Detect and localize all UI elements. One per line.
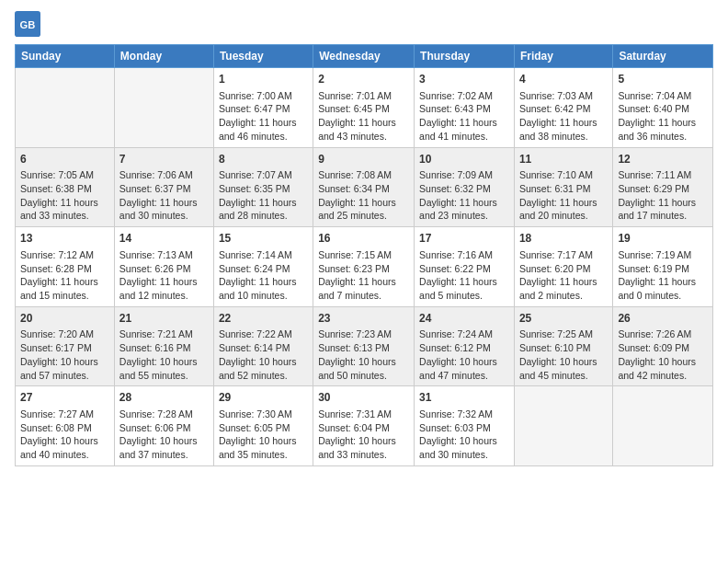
- cell-content-line: and 7 minutes.: [318, 289, 409, 303]
- cell-content-line: Daylight: 11 hours: [519, 116, 608, 130]
- day-number: 25: [519, 311, 608, 327]
- cell-content-line: Sunset: 6:13 PM: [318, 341, 409, 355]
- cell-content-line: Sunrise: 7:24 AM: [419, 327, 509, 341]
- calendar-cell: 15Sunrise: 7:14 AMSunset: 6:24 PMDayligh…: [213, 227, 313, 307]
- cell-content-line: and 0 minutes.: [618, 289, 708, 303]
- cell-content-line: Sunrise: 7:08 AM: [318, 168, 409, 182]
- cell-content-line: Sunrise: 7:23 AM: [318, 327, 409, 341]
- day-number: 13: [20, 231, 109, 247]
- cell-content-line: Sunrise: 7:14 AM: [219, 248, 308, 262]
- cell-content-line: Daylight: 10 hours: [119, 434, 209, 448]
- day-number: 18: [519, 231, 608, 247]
- header-row: SundayMondayTuesdayWednesdayThursdayFrid…: [16, 45, 713, 68]
- cell-content-line: Sunrise: 7:16 AM: [419, 248, 509, 262]
- cell-content-line: Daylight: 11 hours: [20, 196, 109, 210]
- day-number: 17: [419, 231, 509, 247]
- day-number: 12: [618, 152, 708, 167]
- cell-content-line: Sunrise: 7:05 AM: [20, 168, 109, 182]
- calendar-cell: 26Sunrise: 7:26 AMSunset: 6:09 PMDayligh…: [613, 306, 713, 386]
- cell-content-line: Sunset: 6:31 PM: [519, 182, 608, 196]
- cell-content-line: Sunset: 6:08 PM: [20, 421, 109, 435]
- cell-content-line: Sunrise: 7:22 AM: [219, 327, 308, 341]
- cell-content-line: Sunrise: 7:21 AM: [119, 327, 209, 341]
- cell-content-line: Sunrise: 7:11 AM: [618, 168, 708, 182]
- cell-content-line: Sunset: 6:10 PM: [519, 341, 608, 355]
- cell-content-line: Daylight: 11 hours: [20, 275, 109, 289]
- cell-content-line: and 5 minutes.: [419, 289, 509, 303]
- calendar-week-row: 1Sunrise: 7:00 AMSunset: 6:47 PMDaylight…: [16, 68, 713, 148]
- cell-content-line: and 20 minutes.: [519, 209, 608, 223]
- cell-content-line: Sunrise: 7:10 AM: [519, 168, 608, 182]
- header-day: Saturday: [613, 45, 713, 68]
- cell-content-line: Sunrise: 7:03 AM: [519, 89, 608, 103]
- cell-content-line: Sunset: 6:26 PM: [119, 262, 209, 276]
- cell-content-line: Daylight: 11 hours: [618, 275, 708, 289]
- cell-content-line: and 30 minutes.: [419, 448, 509, 462]
- cell-content-line: Daylight: 10 hours: [419, 434, 509, 448]
- cell-content-line: Sunrise: 7:27 AM: [20, 408, 109, 421]
- day-number: 27: [20, 390, 109, 406]
- header-day: Thursday: [415, 45, 515, 68]
- day-number: 10: [419, 152, 509, 167]
- cell-content-line: and 17 minutes.: [618, 209, 708, 223]
- day-number: 6: [20, 152, 109, 167]
- calendar-cell: 8Sunrise: 7:07 AMSunset: 6:35 PMDaylight…: [213, 147, 313, 227]
- cell-content-line: Daylight: 10 hours: [618, 355, 708, 369]
- day-number: 28: [119, 390, 209, 406]
- calendar-cell: 19Sunrise: 7:19 AMSunset: 6:19 PMDayligh…: [613, 227, 713, 307]
- cell-content-line: and 33 minutes.: [318, 448, 409, 462]
- header-day: Sunday: [16, 45, 115, 68]
- cell-content-line: Sunset: 6:09 PM: [618, 341, 708, 355]
- calendar-cell: 12Sunrise: 7:11 AMSunset: 6:29 PMDayligh…: [613, 147, 713, 227]
- cell-content-line: Sunset: 6:28 PM: [20, 262, 109, 276]
- calendar-cell: 17Sunrise: 7:16 AMSunset: 6:22 PMDayligh…: [415, 227, 515, 307]
- cell-content-line: Sunrise: 7:26 AM: [618, 327, 708, 341]
- cell-content-line: and 46 minutes.: [219, 130, 308, 144]
- calendar-cell: 31Sunrise: 7:32 AMSunset: 6:03 PMDayligh…: [415, 386, 515, 466]
- header-day: Wednesday: [313, 45, 415, 68]
- cell-content-line: Daylight: 11 hours: [419, 196, 509, 210]
- cell-content-line: Daylight: 10 hours: [219, 434, 308, 448]
- cell-content-line: and 43 minutes.: [318, 130, 409, 144]
- svg-text:GB: GB: [20, 19, 36, 30]
- calendar-cell: 9Sunrise: 7:08 AMSunset: 6:34 PMDaylight…: [313, 147, 415, 227]
- cell-content-line: Daylight: 10 hours: [119, 355, 209, 369]
- day-number: 29: [219, 390, 308, 406]
- calendar-cell: 5Sunrise: 7:04 AMSunset: 6:40 PMDaylight…: [613, 68, 713, 148]
- cell-content-line: Sunrise: 7:12 AM: [20, 248, 109, 262]
- cell-content-line: Daylight: 10 hours: [20, 355, 109, 369]
- cell-content-line: Sunset: 6:45 PM: [318, 102, 409, 116]
- cell-content-line: Daylight: 11 hours: [419, 116, 509, 130]
- calendar-week-row: 20Sunrise: 7:20 AMSunset: 6:17 PMDayligh…: [16, 306, 713, 386]
- cell-content-line: Sunset: 6:29 PM: [618, 182, 708, 196]
- cell-content-line: Sunrise: 7:01 AM: [318, 89, 409, 103]
- header-day: Tuesday: [213, 45, 313, 68]
- cell-content-line: Sunrise: 7:17 AM: [519, 248, 608, 262]
- calendar-cell: [114, 68, 213, 148]
- calendar-cell: 3Sunrise: 7:02 AMSunset: 6:43 PMDaylight…: [415, 68, 515, 148]
- calendar-cell: 25Sunrise: 7:25 AMSunset: 6:10 PMDayligh…: [514, 306, 612, 386]
- cell-content-line: and 40 minutes.: [20, 448, 109, 462]
- cell-content-line: Sunset: 6:17 PM: [20, 341, 109, 355]
- cell-content-line: Sunset: 6:06 PM: [119, 421, 209, 435]
- day-number: 24: [419, 311, 509, 327]
- cell-content-line: Sunrise: 7:28 AM: [119, 408, 209, 421]
- cell-content-line: and 42 minutes.: [618, 369, 708, 383]
- cell-content-line: Daylight: 10 hours: [419, 355, 509, 369]
- cell-content-line: Sunset: 6:34 PM: [318, 182, 409, 196]
- calendar-cell: 11Sunrise: 7:10 AMSunset: 6:31 PMDayligh…: [514, 147, 612, 227]
- cell-content-line: Sunset: 6:23 PM: [318, 262, 409, 276]
- calendar-cell: [514, 386, 612, 466]
- calendar-cell: 22Sunrise: 7:22 AMSunset: 6:14 PMDayligh…: [213, 306, 313, 386]
- cell-content-line: Daylight: 11 hours: [519, 275, 608, 289]
- cell-content-line: and 36 minutes.: [618, 130, 708, 144]
- cell-content-line: and 55 minutes.: [119, 369, 209, 383]
- cell-content-line: Sunset: 6:14 PM: [219, 341, 308, 355]
- calendar-cell: 28Sunrise: 7:28 AMSunset: 6:06 PMDayligh…: [114, 386, 213, 466]
- cell-content-line: Daylight: 11 hours: [519, 196, 608, 210]
- cell-content-line: and 2 minutes.: [519, 289, 608, 303]
- day-number: 21: [119, 311, 209, 327]
- cell-content-line: Sunrise: 7:25 AM: [519, 327, 608, 341]
- calendar-cell: 2Sunrise: 7:01 AMSunset: 6:45 PMDaylight…: [313, 68, 415, 148]
- calendar-cell: 16Sunrise: 7:15 AMSunset: 6:23 PMDayligh…: [313, 227, 415, 307]
